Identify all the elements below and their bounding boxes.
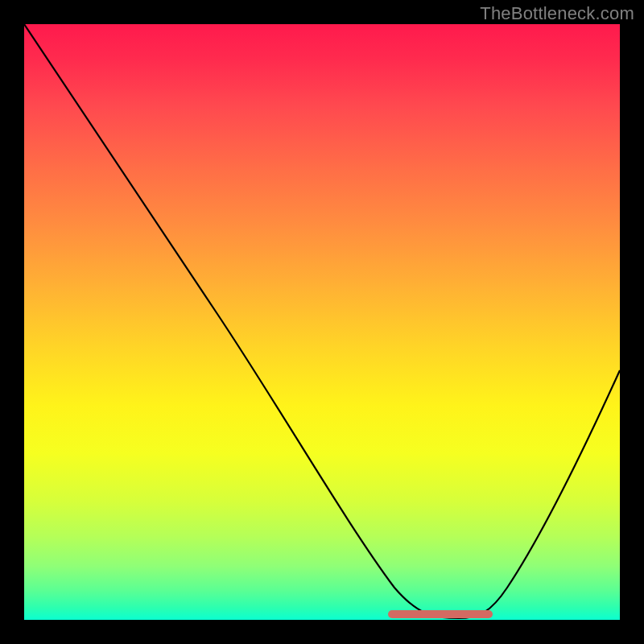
plot-area — [24, 24, 620, 620]
bottleneck-curve-path — [24, 24, 620, 618]
curve-svg — [24, 24, 620, 620]
chart-frame: TheBottleneck.com — [0, 0, 644, 644]
watermark-text: TheBottleneck.com — [480, 3, 634, 24]
minimum-plateau-marker — [388, 610, 493, 618]
